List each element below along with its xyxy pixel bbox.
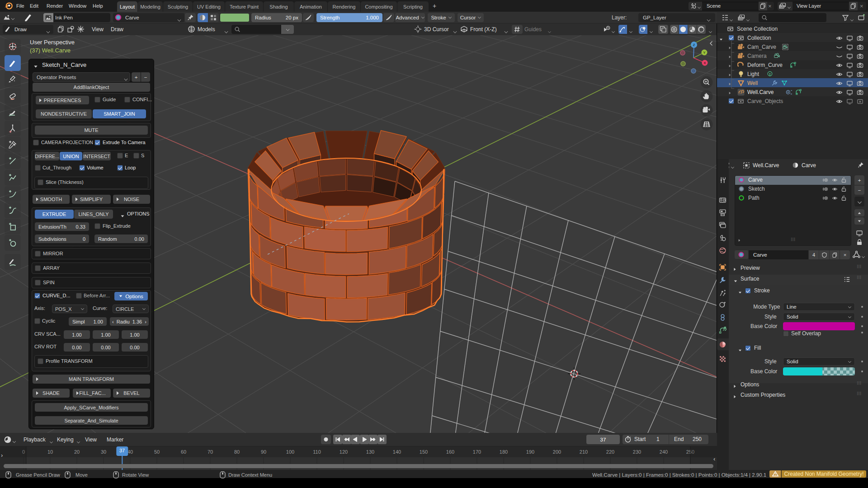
svg-text:Z: Z xyxy=(693,43,695,47)
svg-text:X: X xyxy=(703,61,706,65)
svg-text:Y: Y xyxy=(703,51,706,55)
